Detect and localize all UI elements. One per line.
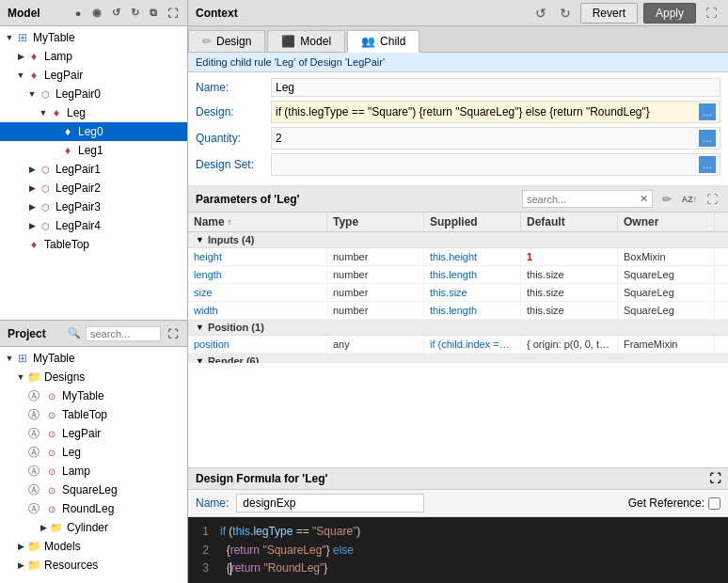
table-row-height[interactable]: height number this.height 1 BoxMixin [188, 248, 728, 266]
params-search-box[interactable]: ✕ [522, 190, 653, 208]
edit-icon[interactable]: ✏ [658, 191, 675, 208]
project-tree-resources[interactable]: ▶ 📁 Resources [0, 556, 187, 575]
proj-arrow-mytable[interactable]: ▼ [4, 354, 15, 363]
tree-item-legpair2[interactable]: ▶ ⬡ LegPair2 [0, 179, 187, 197]
table-row-length[interactable]: length number this.length this.size Squa… [188, 266, 728, 284]
tree-item-leg1[interactable]: ▶ ♦ Leg1 [0, 141, 187, 160]
table-row-position[interactable]: position any if (child.index == 0) {r...… [188, 336, 728, 354]
redo-context-icon[interactable]: ↻ [556, 4, 575, 23]
form-row-name: Name: Leg [196, 78, 720, 97]
proj-folder-icon: 📁 [26, 370, 41, 385]
tree-arrow-leg[interactable]: ▼ [38, 108, 49, 118]
tree-item-legpair4[interactable]: ▶ ⬡ LegPair4 [0, 216, 187, 235]
code-area[interactable]: 1 2 3 if (this.legType == "Square") {ret… [188, 517, 728, 583]
tree-item-mytable[interactable]: ▼ ⊞ MyTable [0, 28, 187, 47]
sort-az-icon[interactable]: AZ↑ [681, 191, 698, 208]
form-value-designset[interactable]: … [271, 153, 720, 176]
project-tree-tabletop-d[interactable]: Ⓐ ⊙ TableTop [0, 405, 187, 424]
design-tab-label: Design [216, 35, 251, 48]
project-tree-mytable-d[interactable]: Ⓐ ⊙ MyTable [0, 386, 187, 405]
proj-a-icon-lamp: Ⓐ [26, 464, 41, 479]
quantity-field-icon[interactable]: … [699, 130, 716, 147]
top-bar: Context ↺ ↻ Revert Apply ⛶ [188, 0, 728, 26]
undo-context-icon[interactable]: ↺ [531, 4, 550, 23]
proj-arrow-resources[interactable]: ▶ [15, 560, 26, 570]
group-render[interactable]: ▼ Render (6) [188, 354, 728, 363]
table-row-size[interactable]: size number this.size this.size SquareLe… [188, 284, 728, 302]
proj-c-icon-mytable: ⊙ [44, 388, 59, 403]
formula-name-input[interactable] [236, 494, 424, 512]
tree-arrow-legpair4[interactable]: ▶ [26, 221, 38, 230]
project-expand-icon[interactable]: ⛶ [165, 326, 180, 341]
tree-item-leg[interactable]: ▼ ♦ Leg [0, 103, 187, 122]
project-tree-leg-d[interactable]: Ⓐ ⊙ Leg [0, 443, 187, 462]
project-tree-mytable[interactable]: ▼ ⊞ MyTable [0, 349, 187, 368]
form-row-quantity: Quantity: 2 … [196, 127, 720, 150]
group-position[interactable]: ▼ Position (1) [188, 320, 728, 336]
project-search-input[interactable] [86, 326, 161, 341]
th-name-sort-icon[interactable]: ↑ [228, 217, 232, 227]
project-tree-lamp-d[interactable]: Ⓐ ⊙ Lamp [0, 462, 187, 481]
expand-context-icon[interactable]: ⛶ [702, 4, 720, 23]
proj-a-icon-tabletop: Ⓐ [26, 407, 41, 422]
proj-arrow-designs[interactable]: ▼ [15, 372, 26, 382]
project-tree-legpair-d[interactable]: Ⓐ ⊙ LegPair [0, 424, 187, 443]
tree-item-tabletop[interactable]: ▶ ♦ TableTop [0, 235, 187, 254]
params-title: Parameters of 'Leg' [196, 193, 299, 206]
group-inputs-label: Inputs (4) [208, 234, 255, 245]
tree-item-legpair1[interactable]: ▶ ⬡ LegPair1 [0, 160, 187, 179]
top-bar-actions: ↺ ↻ Revert Apply ⛶ [531, 3, 720, 24]
project-tree-cylinder[interactable]: ▶ 📁 Cylinder [0, 518, 187, 537]
get-reference-checkbox[interactable] [708, 497, 720, 510]
proj-arrow-cylinder[interactable]: ▶ [38, 523, 49, 532]
tree-item-legpair0[interactable]: ▼ ⬡ LegPair0 [0, 85, 187, 103]
project-tree-designs[interactable]: ▼ 📁 Designs [0, 368, 187, 386]
form-value-quantity[interactable]: 2 … [271, 127, 720, 150]
tree-arrow-legpair0[interactable]: ▼ [26, 89, 38, 99]
td-position-type: any [327, 336, 424, 353]
group-inputs-arrow[interactable]: ▼ [196, 235, 204, 244]
tree-arrow-legpair3[interactable]: ▶ [26, 202, 38, 212]
circle2-icon[interactable]: ◉ [89, 6, 104, 21]
tree-arrow-legpair1[interactable]: ▶ [26, 165, 38, 174]
undo-icon[interactable]: ↺ [108, 6, 123, 21]
circle-icon[interactable]: ● [71, 6, 86, 21]
tree-item-leg0[interactable]: ▶ ♦ Leg0 [0, 122, 187, 141]
formula-expand-icon[interactable]: ⛶ [709, 472, 720, 485]
project-tree-roundleg-d[interactable]: Ⓐ ⊙ RoundLeg [0, 499, 187, 518]
group-position-arrow[interactable]: ▼ [196, 323, 204, 332]
tab-model[interactable]: ⬛ Model [267, 30, 345, 52]
copy-icon[interactable]: ⧉ [146, 6, 161, 21]
apply-button[interactable]: Apply [643, 3, 696, 24]
editing-banner: Editing child rule 'Leg' of Design 'LegP… [188, 53, 728, 72]
component-icon-leg1: ♦ [60, 143, 75, 158]
params-search-clear-icon[interactable]: ✕ [640, 193, 648, 205]
form-value-design[interactable]: if (this.legType == "Square") {return "S… [271, 101, 720, 123]
tab-design[interactable]: ✏ Design [188, 30, 265, 52]
pair-icon-legpair2: ⬡ [38, 181, 53, 196]
proj-label-resources: Resources [44, 559, 98, 572]
table-row-width[interactable]: width number this.length this.size Squar… [188, 302, 728, 320]
tree-arrow-lamp[interactable]: ▶ [15, 52, 26, 61]
group-render-arrow[interactable]: ▼ [196, 356, 204, 363]
expand-icon[interactable]: ⛶ [165, 6, 180, 21]
revert-button[interactable]: Revert [580, 3, 638, 24]
proj-a-icon-legpair: Ⓐ [26, 426, 41, 441]
tree-arrow-legpair[interactable]: ▼ [15, 71, 26, 80]
tree-item-lamp[interactable]: ▶ ♦ Lamp [0, 47, 187, 66]
project-tree-squareleg-d[interactable]: Ⓐ ⊙ SquareLeg [0, 481, 187, 499]
proj-arrow-models[interactable]: ▶ [15, 542, 26, 551]
redo-icon[interactable]: ↻ [127, 6, 142, 21]
tree-arrow-legpair2[interactable]: ▶ [26, 183, 38, 193]
project-search-icon[interactable]: 🔍 [67, 326, 82, 341]
designset-field-icon[interactable]: … [699, 156, 716, 173]
expand-params-icon[interactable]: ⛶ [704, 191, 720, 208]
tree-item-legpair3[interactable]: ▶ ⬡ LegPair3 [0, 197, 187, 216]
group-inputs[interactable]: ▼ Inputs (4) [188, 232, 728, 248]
tree-item-legpair[interactable]: ▼ ♦ LegPair [0, 66, 187, 85]
tab-child[interactable]: 👥 Child [347, 30, 419, 53]
params-search-input[interactable] [527, 194, 640, 205]
tree-arrow-mytable[interactable]: ▼ [4, 33, 15, 42]
design-field-icon[interactable]: … [699, 103, 716, 120]
project-tree-models[interactable]: ▶ 📁 Models [0, 537, 187, 556]
